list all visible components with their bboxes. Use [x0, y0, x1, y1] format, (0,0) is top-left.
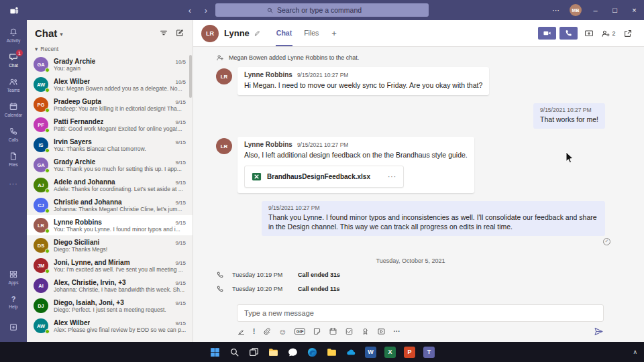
onedrive-button[interactable] [343, 344, 360, 360]
word-button[interactable]: W [363, 344, 379, 360]
chat-list-item[interactable]: GA Grady Archie10/5You: again [27, 54, 193, 74]
scrollbar-thumb[interactable] [189, 55, 192, 98]
format-button[interactable] [237, 327, 246, 336]
praise-button[interactable] [361, 327, 370, 336]
message-input[interactable] [237, 304, 604, 322]
section-label: Recent [40, 46, 58, 52]
conversation-actions: 2 [538, 26, 636, 41]
back-button[interactable]: ‹ [185, 5, 195, 15]
maximize-button[interactable]: □ [605, 0, 625, 20]
rail-item-more[interactable]: ··· [0, 172, 27, 196]
sticker-button[interactable] [313, 327, 321, 336]
chevron-down-icon[interactable]: ▾ [60, 31, 63, 38]
taskbar-overflow-chevron[interactable]: ∧ [633, 349, 637, 355]
add-people-button[interactable]: 2 [600, 26, 616, 41]
screen-share-button[interactable] [581, 26, 597, 41]
pop-out-chat-button[interactable] [620, 26, 636, 41]
avatar: AJ [34, 178, 48, 192]
new-chat-icon [175, 28, 184, 38]
documents-folder-button[interactable] [324, 344, 340, 360]
file-attachment[interactable]: BrandhausDesignFeedback.xlsx ··· [244, 166, 404, 188]
avatar[interactable]: LR [216, 138, 232, 154]
file-icon [9, 152, 18, 161]
chat-list-item[interactable]: AW Alex Wilber10/5You: Megan Bowen added… [27, 74, 193, 95]
attachment-more-button[interactable]: ··· [388, 173, 396, 180]
edge-button[interactable] [305, 344, 321, 360]
forward-button[interactable]: › [201, 5, 211, 15]
command-search-box[interactable] [215, 3, 429, 17]
attach-button[interactable] [262, 327, 271, 336]
presence-available-icon [45, 208, 50, 213]
start-button[interactable] [207, 344, 223, 360]
message-timestamp: 9/15/2021 10:27 PM [540, 107, 598, 113]
rail-item-store[interactable] [0, 314, 27, 339]
compose-more-button[interactable]: ··· [393, 328, 400, 335]
user-avatar[interactable]: MB [570, 4, 582, 16]
rail-item-teams[interactable]: Teams [0, 72, 27, 97]
tab-chat[interactable]: Chat [276, 20, 292, 46]
rail-item-calendar[interactable]: Calendar [0, 97, 27, 122]
windows-chat-button[interactable] [285, 344, 301, 360]
call-log-entry[interactable]: Tuesday 10:19 PM Call ended 31s [216, 271, 605, 279]
teams-taskbar-button[interactable]: T [421, 344, 437, 360]
search-input[interactable] [277, 6, 378, 14]
video-call-button[interactable] [538, 27, 556, 40]
recent-section-header[interactable]: ▾ Recent [27, 46, 193, 54]
chat-list-header: Chat ▾ [27, 20, 193, 46]
call-log-entry[interactable]: Tuesday 10:20 PM Call ended 11s [216, 285, 605, 293]
message-card[interactable]: 9/15/2021 10:27 PM That works for me! [533, 103, 605, 129]
send-button[interactable] [594, 326, 604, 337]
file-explorer-button[interactable] [266, 344, 282, 360]
avatar[interactable]: LR [216, 68, 232, 84]
call-status-text: Call ended [298, 272, 329, 278]
message-card[interactable]: Lynne Robbins9/15/2021 10:27 PM Hi Megan… [237, 67, 489, 95]
chat-list-item[interactable]: JM Joni, Lynne, and Miriam9/15You: I'm e… [27, 255, 193, 276]
chat-list-item[interactable]: CJ Christie and Johanna9/15Johanna: Than… [27, 195, 193, 215]
chat-list-item[interactable]: PF Patti Fernandez9/15Patti: Good work M… [27, 115, 193, 135]
chat-list-item[interactable]: GA Grady Archie9/15You: Thank you so muc… [27, 155, 193, 175]
rail-item-help[interactable]: ? Help [0, 290, 27, 314]
close-button[interactable]: × [625, 0, 644, 20]
emoji-button[interactable]: ☺ [278, 327, 286, 337]
message-card[interactable]: Lynne Robbins9/15/2021 10:27 PM Also, I … [237, 137, 474, 192]
filter-button[interactable] [156, 25, 171, 40]
chat-list-item[interactable]: AJ Adele and Johanna9/15Adele: Thanks fo… [27, 175, 193, 195]
chat-preview: You: Megan Bowen added you as a delegate… [54, 85, 186, 92]
chat-list-item[interactable]: DS Diego Siciliani9/15Diego: Thanks Megs… [27, 235, 193, 255]
rail-item-activity[interactable]: Activity [0, 23, 27, 48]
add-tab-button[interactable]: + [330, 20, 338, 46]
avatar-initials: AW [37, 323, 45, 329]
stream-button[interactable] [377, 327, 386, 336]
taskbar-search-button[interactable] [227, 344, 243, 360]
tab-files[interactable]: Files [303, 20, 319, 46]
rail-item-apps[interactable]: Apps [0, 265, 27, 290]
powerpoint-button[interactable]: P [402, 344, 418, 360]
conversation-avatar[interactable]: LR [201, 25, 219, 42]
chat-list-item[interactable]: DJ Diego, Isaiah, Joni, +39/15Diego: Per… [27, 296, 193, 316]
chat-list-item[interactable]: AI Alex, Christie, Irvin, +39/15Johanna:… [27, 276, 193, 296]
chat-list-item[interactable]: AW Alex Wilber9/15Alex: Please give fina… [27, 316, 193, 336]
minimize-button[interactable]: – [586, 0, 605, 20]
schedule-meeting-button[interactable] [329, 327, 337, 336]
titlebar-more-button[interactable]: ··· [546, 0, 566, 20]
message-timestamp: 9/15/2021 10:27 PM [268, 204, 598, 211]
conversation-tabs: Chat Files + [276, 20, 338, 46]
rename-chat-button[interactable] [254, 29, 261, 37]
giphy-button[interactable]: GIF [294, 328, 306, 335]
chat-preview: Johanna: Thanks Megan! Christie Cline, l… [54, 206, 186, 213]
rail-item-calls[interactable]: Calls [0, 122, 27, 147]
rail-item-files[interactable]: Files [0, 147, 27, 172]
excel-button[interactable]: X [382, 344, 398, 360]
importance-button[interactable]: ! [253, 328, 255, 335]
chat-list-item[interactable]: IS Irvin Sayers9/15You: Thanks Bianca! C… [27, 135, 193, 155]
approvals-button[interactable] [345, 327, 354, 336]
audio-call-button[interactable] [559, 27, 578, 40]
message-card[interactable]: 9/15/2021 10:27 PM Thank you Lynne. I fo… [262, 201, 605, 236]
chat-list-item[interactable]: PG Pradeep Gupta9/15Pradeep: You are kil… [27, 95, 193, 115]
send-icon [594, 326, 604, 337]
task-view-button[interactable] [246, 344, 262, 360]
chat-list-item-selected[interactable]: LR Lynne Robbins9/15You: Thank you Lynne… [27, 215, 193, 235]
filter-icon [159, 28, 168, 38]
rail-item-chat[interactable]: 1 Chat [0, 48, 27, 72]
new-chat-button[interactable] [172, 25, 187, 40]
